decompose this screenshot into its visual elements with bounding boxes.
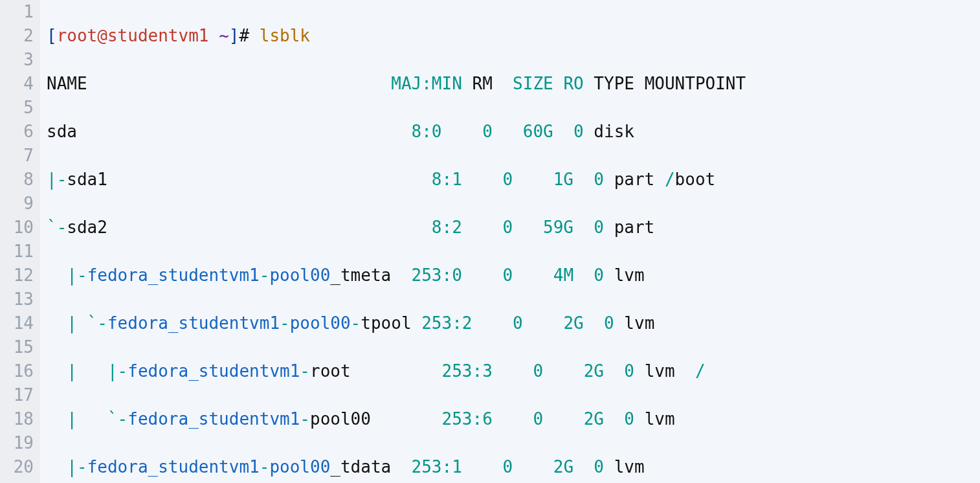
tree-icon: |- bbox=[47, 457, 87, 477]
min: 3 bbox=[482, 361, 493, 381]
hdr-maj: MAJ bbox=[391, 74, 421, 93]
dev-name: sda bbox=[47, 122, 77, 141]
maj: 253 bbox=[442, 409, 473, 429]
tree-icon: `- bbox=[47, 218, 67, 237]
min: 1 bbox=[452, 457, 462, 477]
type: lvm bbox=[624, 313, 654, 333]
size: 60G bbox=[523, 122, 553, 141]
rm: 0 bbox=[533, 409, 543, 429]
type: part bbox=[614, 218, 655, 237]
lv-suffix: tpool bbox=[361, 313, 411, 333]
line-number: 15 bbox=[0, 335, 34, 359]
lsblk-row: | |-fedora_studentvm1-root 253:3 0 2G 0 … bbox=[47, 359, 980, 383]
cwd-tilde: ~ bbox=[219, 26, 229, 45]
dash: - bbox=[300, 361, 310, 381]
user-host: root@studentvm1 bbox=[57, 26, 209, 45]
mount: boot bbox=[675, 170, 716, 189]
code-area[interactable]: [root@studentvm1 ~]# lsblk NAME MAJ:MIN … bbox=[40, 0, 980, 483]
bracket-open: [ bbox=[47, 26, 57, 45]
vg-name: fedora_studentvm1 bbox=[128, 361, 300, 381]
line-number: 6 bbox=[0, 120, 34, 144]
lsblk-row: | `-fedora_studentvm1-pool00-tpool 253:2… bbox=[47, 311, 980, 335]
min: 0 bbox=[432, 122, 442, 141]
size: 2G bbox=[584, 361, 604, 381]
ro: 0 bbox=[594, 170, 604, 189]
lv-suffix: _tmeta bbox=[330, 265, 391, 285]
dev-name: sda1 bbox=[67, 170, 107, 189]
line-number: 19 bbox=[0, 431, 34, 455]
maj: 8 bbox=[432, 170, 442, 189]
maj: 8 bbox=[412, 122, 422, 141]
rm: 0 bbox=[502, 170, 513, 189]
line-number: 7 bbox=[0, 144, 34, 168]
size: 1G bbox=[553, 170, 574, 189]
line-number: 17 bbox=[0, 383, 34, 407]
line-number: 9 bbox=[0, 192, 34, 216]
hdr-mount: MOUNTPOINT bbox=[645, 74, 746, 93]
line-number: 16 bbox=[0, 359, 34, 383]
ro: 0 bbox=[624, 409, 634, 429]
bracket-close: ] bbox=[229, 26, 239, 45]
size: 2G bbox=[553, 457, 574, 477]
type: part bbox=[614, 170, 655, 189]
type: lvm bbox=[645, 409, 675, 429]
line-number: 20 bbox=[0, 455, 34, 479]
lsblk-row: |-fedora_studentvm1-pool00_tdata 253:1 0… bbox=[47, 455, 980, 479]
ro: 0 bbox=[574, 122, 584, 141]
type: lvm bbox=[645, 361, 675, 381]
ro: 0 bbox=[594, 218, 604, 237]
lsblk-row: |-sda1 8:1 0 1G 0 part /boot bbox=[47, 168, 980, 192]
line-number: 4 bbox=[0, 72, 34, 96]
colon: : bbox=[421, 122, 432, 141]
min: 2 bbox=[452, 218, 462, 237]
command-text: lsblk bbox=[260, 26, 310, 45]
line-number: 1 bbox=[0, 0, 34, 24]
line-number: 12 bbox=[0, 264, 34, 287]
min: 6 bbox=[482, 409, 493, 429]
lsblk-row: `-sda2 8:2 0 59G 0 part bbox=[47, 216, 980, 240]
line-number: 3 bbox=[0, 48, 34, 72]
line-number: 8 bbox=[0, 168, 34, 192]
vg-name: fedora_studentvm1 bbox=[87, 265, 260, 285]
prompt-line: [root@studentvm1 ~]# lsblk bbox=[47, 24, 980, 48]
size: 59G bbox=[543, 218, 574, 237]
lsblk-row: |-fedora_studentvm1-pool00_tmeta 253:0 0… bbox=[47, 264, 980, 287]
line-number: 5 bbox=[0, 96, 34, 120]
lsblk-row: | `-fedora_studentvm1-pool00 253:6 0 2G … bbox=[47, 407, 980, 431]
hdr-name: NAME bbox=[47, 74, 87, 93]
code-editor: 1 2 3 4 5 6 7 8 9 10 11 12 13 14 15 16 1… bbox=[0, 0, 980, 483]
line-number: 11 bbox=[0, 240, 34, 264]
hdr-rm: RM bbox=[472, 74, 492, 93]
ro: 0 bbox=[624, 361, 634, 381]
hdr-type: TYPE bbox=[594, 74, 634, 93]
dash: - bbox=[351, 313, 361, 333]
dash: - bbox=[280, 313, 290, 333]
ro: 0 bbox=[604, 313, 614, 333]
lv-pool: pool00 bbox=[269, 265, 330, 285]
tree-icon: | |- bbox=[47, 361, 128, 381]
dash: - bbox=[300, 409, 310, 429]
size: 2G bbox=[563, 313, 583, 333]
type: disk bbox=[594, 122, 634, 141]
tree-icon: |- bbox=[47, 265, 87, 285]
line-number: 14 bbox=[0, 311, 34, 335]
tree-icon: | `- bbox=[47, 313, 107, 333]
rm: 0 bbox=[513, 313, 523, 333]
rm: 0 bbox=[502, 218, 513, 237]
rm: 0 bbox=[533, 361, 543, 381]
min: 1 bbox=[452, 170, 462, 189]
line-number-gutter: 1 2 3 4 5 6 7 8 9 10 11 12 13 14 15 16 1… bbox=[0, 0, 40, 483]
rm: 0 bbox=[502, 265, 513, 285]
maj: 253 bbox=[421, 313, 452, 333]
lsblk-header: NAME MAJ:MIN RM SIZE RO TYPE MOUNTPOINT bbox=[47, 72, 980, 96]
vg-name: fedora_studentvm1 bbox=[87, 457, 260, 477]
lv-name: root bbox=[310, 361, 351, 381]
line-number: 2 bbox=[0, 24, 34, 48]
lsblk-row: sda 8:0 0 60G 0 disk bbox=[47, 120, 980, 144]
size: 2G bbox=[584, 409, 604, 429]
vg-name: fedora_studentvm1 bbox=[107, 313, 280, 333]
hdr-size: SIZE bbox=[513, 74, 553, 93]
size: 4M bbox=[553, 265, 574, 285]
hdr-min: MIN bbox=[432, 74, 462, 93]
maj: 253 bbox=[442, 361, 473, 381]
